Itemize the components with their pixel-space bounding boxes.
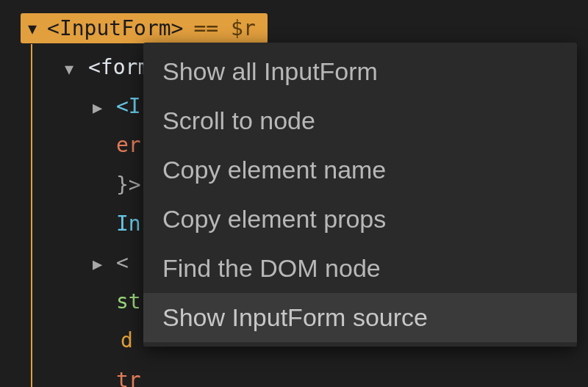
tag-text: In — [116, 204, 141, 243]
menu-item-scroll-to-node[interactable]: Scroll to node — [143, 96, 577, 145]
tag-open: < — [116, 243, 129, 282]
tag-open: <form — [88, 48, 150, 87]
tree-row-tr: tr — [65, 361, 588, 388]
triangle-right-icon: ▶ — [93, 93, 109, 123]
selected-component-row[interactable]: ▼ <InputForm> == $r — [21, 13, 268, 43]
menu-item-show-all[interactable]: Show all InputForm — [143, 47, 577, 96]
tag-text: <I — [116, 87, 141, 126]
selected-component-tag: <InputForm> — [47, 16, 183, 40]
tree-indent-rule — [31, 44, 32, 387]
value-text: d — [121, 321, 133, 360]
triangle-down-icon: ▼ — [65, 55, 81, 83]
attr-text: tr — [116, 361, 141, 388]
close-brace: }> — [116, 165, 141, 204]
context-menu: Show all InputForm Scroll to node Copy e… — [143, 43, 577, 347]
attr-text: er — [116, 126, 141, 164]
triangle-right-icon: ▶ — [93, 249, 109, 280]
selected-ref-suffix: == $r — [193, 16, 255, 40]
keyword-text: st — [116, 282, 141, 321]
menu-item-copy-element-props[interactable]: Copy element props — [143, 195, 577, 244]
menu-item-find-dom-node[interactable]: Find the DOM node — [143, 244, 577, 293]
menu-item-show-source[interactable]: Show InputForm source — [143, 293, 577, 342]
triangle-down-icon: ▼ — [28, 20, 37, 37]
menu-item-copy-element-name[interactable]: Copy element name — [143, 145, 577, 195]
